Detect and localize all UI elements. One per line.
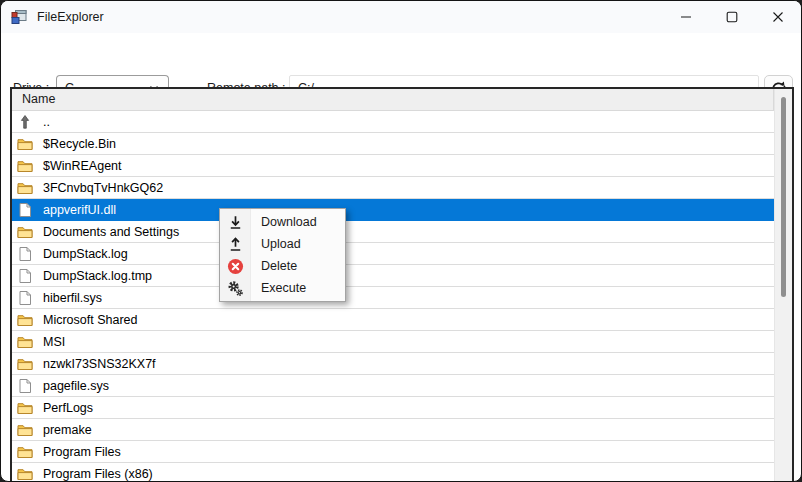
folder-icon	[17, 158, 33, 174]
minimize-button[interactable]	[663, 1, 709, 33]
app-window: FileExplorer Drive : C Remote path : C:/	[0, 0, 802, 482]
close-button[interactable]	[755, 1, 801, 33]
list-item-label: Microsoft Shared	[43, 313, 137, 327]
list-item[interactable]: MSI	[12, 331, 774, 353]
list-item-label: DumpStack.log.tmp	[43, 269, 152, 283]
context-menu-item[interactable]: Delete	[220, 255, 345, 277]
context-menu-item[interactable]: Upload	[220, 233, 345, 255]
folder-icon	[17, 466, 33, 482]
list-item[interactable]: DumpStack.log.tmp	[12, 265, 774, 287]
list-item[interactable]: hiberfil.sys	[12, 287, 774, 309]
file-icon	[17, 268, 33, 284]
list-item-label: 3FCnvbqTvHnkGQ62	[43, 181, 163, 195]
list-item[interactable]: Microsoft Shared	[12, 309, 774, 331]
list-item-label: appverifUI.dll	[43, 203, 116, 217]
title-bar: FileExplorer	[1, 1, 801, 33]
folder-icon	[17, 444, 33, 460]
folder-icon	[17, 422, 33, 438]
list-item[interactable]: pagefile.sys	[12, 375, 774, 397]
context-menu-item-label: Download	[261, 215, 317, 229]
context-menu-item-label: Delete	[261, 259, 297, 273]
list-item[interactable]: Program Files	[12, 441, 774, 463]
context-menu-item[interactable]: Execute	[220, 277, 345, 299]
folder-icon	[17, 334, 33, 350]
list-item[interactable]: DumpStack.log	[12, 243, 774, 265]
list-item[interactable]: $WinREAgent	[12, 155, 774, 177]
delete-icon	[220, 258, 250, 275]
list-item-label: premake	[43, 423, 92, 437]
maximize-icon	[726, 11, 738, 23]
list-item[interactable]: premake	[12, 419, 774, 441]
folder-icon	[17, 356, 33, 372]
list-item-label: $WinREAgent	[43, 159, 122, 173]
list-item-label: DumpStack.log	[43, 247, 128, 261]
scrollbar-thumb[interactable]	[781, 97, 786, 297]
app-icon	[11, 9, 27, 25]
context-menu-item[interactable]: Download	[220, 211, 345, 233]
folder-icon	[17, 400, 33, 416]
folder-icon	[17, 136, 33, 152]
list-item-label: $Recycle.Bin	[43, 137, 116, 151]
close-icon	[772, 11, 784, 23]
file-icon	[17, 378, 33, 394]
window-title: FileExplorer	[37, 10, 104, 24]
file-icon	[17, 290, 33, 306]
maximize-button[interactable]	[709, 1, 755, 33]
list-item[interactable]: $Recycle.Bin	[12, 133, 774, 155]
context-menu-item-label: Execute	[261, 281, 306, 295]
list-item[interactable]: ..	[12, 111, 774, 133]
file-icon	[17, 202, 33, 218]
context-menu: Download Upload Delete Execute	[219, 208, 346, 302]
vertical-scrollbar[interactable]	[774, 89, 792, 482]
list-item[interactable]: nzwkI73SNS32KX7f	[12, 353, 774, 375]
file-list-rows: .. $Recycle.Bin $WinREAgent 3FCnvbqTvHnk…	[12, 111, 774, 482]
list-item[interactable]: 3FCnvbqTvHnkGQ62	[12, 177, 774, 199]
list-item[interactable]: Documents and Settings	[12, 221, 774, 243]
list-item-label: Documents and Settings	[43, 225, 179, 239]
minimize-icon	[680, 11, 692, 23]
folder-icon	[17, 180, 33, 196]
download-icon	[220, 214, 250, 231]
list-item-label: Program Files	[43, 445, 121, 459]
list-item[interactable]: PerfLogs	[12, 397, 774, 419]
window-controls	[663, 1, 801, 33]
list-item-label: nzwkI73SNS32KX7f	[43, 357, 156, 371]
folder-icon	[17, 224, 33, 240]
list-item[interactable]: appverifUI.dll	[12, 199, 774, 221]
list-item-label: pagefile.sys	[43, 379, 109, 393]
execute-icon	[220, 280, 250, 297]
column-header-name[interactable]: Name	[12, 89, 774, 111]
file-icon	[17, 246, 33, 262]
list-item-label: Program Files (x86)	[43, 467, 153, 481]
list-item-label: ..	[43, 115, 50, 129]
up-arrow-icon	[17, 114, 33, 130]
context-menu-item-label: Upload	[261, 237, 301, 251]
folder-icon	[17, 312, 33, 328]
list-item-label: MSI	[43, 335, 65, 349]
list-item[interactable]: Program Files (x86)	[12, 463, 774, 482]
upload-icon	[220, 236, 250, 253]
toolbar: Drive : C Remote path : C:/	[1, 33, 801, 87]
file-list: Name .. $Recycle.Bin $WinREAgent 3FCnvbq…	[10, 87, 794, 482]
list-item-label: PerfLogs	[43, 401, 93, 415]
list-item-label: hiberfil.sys	[43, 291, 102, 305]
